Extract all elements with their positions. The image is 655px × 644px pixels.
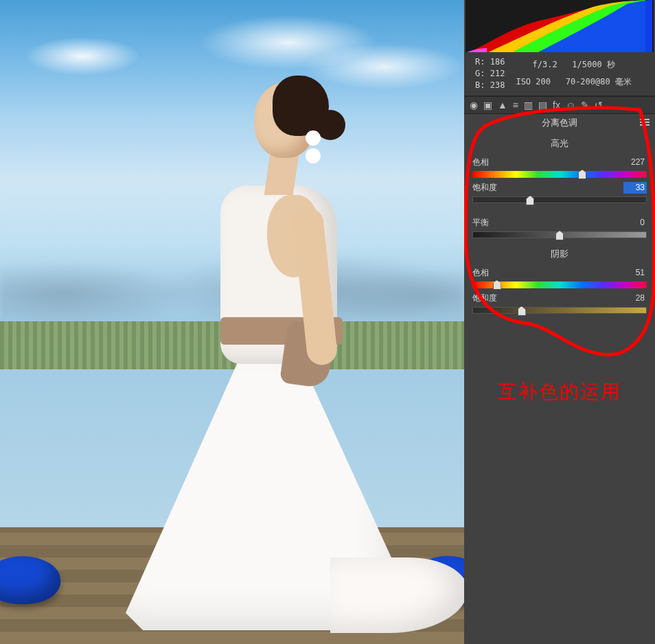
highlights-hue-slider[interactable] bbox=[472, 171, 647, 178]
reset-icon[interactable]: ↺ bbox=[595, 100, 603, 111]
mountain-icon[interactable]: ▲ bbox=[498, 100, 507, 111]
b-label: B: bbox=[475, 80, 485, 90]
highlights-hue-row: 色相 227 bbox=[464, 157, 655, 182]
shadows-hue-value[interactable]: 51 bbox=[623, 267, 647, 279]
shadows-sat-slider[interactable] bbox=[472, 307, 647, 314]
iso-value: ISO 200 bbox=[516, 77, 551, 87]
shadows-sat-label: 饱和度 bbox=[472, 292, 497, 304]
shadows-sat-row: 饱和度 28 bbox=[464, 292, 655, 318]
b-value: 238 bbox=[490, 80, 505, 90]
histogram[interactable] bbox=[466, 0, 654, 52]
aperture-icon[interactable]: ◉ bbox=[470, 100, 478, 111]
adjustments-panel: R: 186 G: 212 B: 238 f/3.2 1/5000 秒 ISO … bbox=[464, 0, 655, 644]
menu-icon[interactable] bbox=[640, 119, 650, 126]
lines-icon[interactable]: ≡ bbox=[513, 100, 518, 111]
shadows-hue-row: 色相 51 bbox=[464, 267, 655, 292]
g-label: G: bbox=[475, 69, 485, 78]
shadows-hue-label: 色相 bbox=[472, 267, 489, 279]
shadows-sat-value[interactable]: 28 bbox=[623, 292, 647, 304]
bars-icon[interactable]: ▤ bbox=[538, 100, 547, 111]
annotation-text: 互补色的运用 bbox=[464, 379, 655, 405]
rgb-values: R: 186 G: 212 B: 238 bbox=[475, 56, 505, 91]
subject bbox=[100, 70, 402, 633]
highlights-hue-value[interactable]: 227 bbox=[623, 157, 647, 168]
highlights-sat-slider[interactable] bbox=[472, 196, 647, 203]
brush-icon[interactable]: ✎ bbox=[581, 100, 589, 111]
exif-values: f/3.2 1/5000 秒 ISO 200 70-200@80 毫米 bbox=[505, 56, 643, 91]
info-readout: R: 186 G: 212 B: 238 f/3.2 1/5000 秒 ISO … bbox=[464, 52, 655, 96]
balance-label: 平衡 bbox=[472, 217, 489, 229]
panel-icon[interactable]: ▥ bbox=[524, 100, 533, 111]
fx-icon[interactable]: fx bbox=[553, 100, 560, 111]
crop-icon[interactable]: ▣ bbox=[483, 100, 492, 111]
people-icon[interactable]: ☺ bbox=[566, 100, 575, 111]
r-label: R: bbox=[475, 57, 485, 67]
shutter-value: 1/5000 秒 bbox=[572, 60, 615, 69]
section-title-text: 分离色调 bbox=[542, 117, 577, 128]
balance-value[interactable]: 0 bbox=[623, 217, 647, 229]
image-preview bbox=[0, 0, 464, 644]
histogram-svg bbox=[466, 0, 654, 52]
highlights-sat-value[interactable]: 33 bbox=[623, 182, 647, 194]
g-value: 212 bbox=[490, 69, 505, 78]
highlights-hue-label: 色相 bbox=[472, 157, 489, 168]
shadows-header: 阴影 bbox=[464, 248, 655, 260]
highlights-sat-label: 饱和度 bbox=[472, 182, 497, 194]
module-strip: ◉ ▣ ▲ ≡ ▥ ▤ fx ☺ ✎ ↺ bbox=[464, 96, 655, 114]
balance-slider[interactable] bbox=[472, 231, 647, 238]
balance-row: 平衡 0 bbox=[464, 217, 655, 242]
highlights-sat-row: 饱和度 33 bbox=[464, 182, 655, 207]
highlights-header: 高光 bbox=[464, 137, 655, 150]
aperture-value: f/3.2 bbox=[532, 60, 557, 69]
r-value: 186 bbox=[490, 57, 505, 67]
section-split-toning-header[interactable]: 分离色调 bbox=[464, 114, 655, 132]
shadows-hue-slider[interactable] bbox=[472, 281, 647, 288]
lens-value: 70-200@80 毫米 bbox=[566, 77, 632, 87]
